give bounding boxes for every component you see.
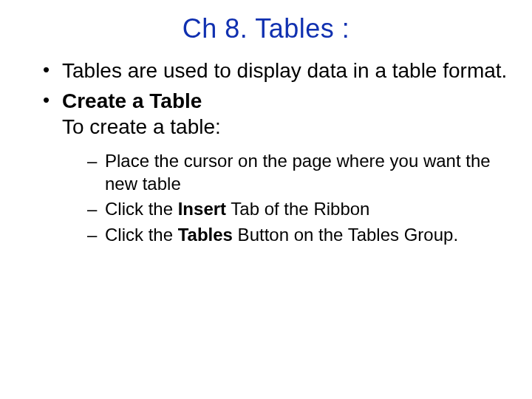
sub-item-1: Place the cursor on the page where you w…	[87, 150, 510, 195]
sub-item-2: Click the Insert Tab of the Ribbon	[87, 198, 510, 221]
create-table-intro: To create a table:	[62, 115, 221, 138]
sub3-pre: Click the	[105, 225, 178, 245]
sub3-bold: Tables	[178, 225, 233, 245]
sub-bullet-list: Place the cursor on the page where you w…	[62, 150, 510, 247]
bullet-item-2: Create a Table To create a table: Place …	[43, 88, 510, 247]
sub3-post: Button on the Tables Group.	[233, 225, 458, 245]
sub2-pre: Click the	[105, 199, 178, 219]
sub2-post: Tab of the Ribbon	[226, 199, 369, 219]
bullet-item-1: Tables are used to display data in a tab…	[43, 58, 510, 83]
main-bullet-list: Tables are used to display data in a tab…	[22, 58, 510, 247]
slide-title: Ch 8. Tables :	[22, 13, 510, 44]
create-table-heading: Create a Table	[62, 89, 202, 112]
sub-item-3: Click the Tables Button on the Tables Gr…	[87, 224, 510, 247]
sub2-bold: Insert	[178, 199, 226, 219]
